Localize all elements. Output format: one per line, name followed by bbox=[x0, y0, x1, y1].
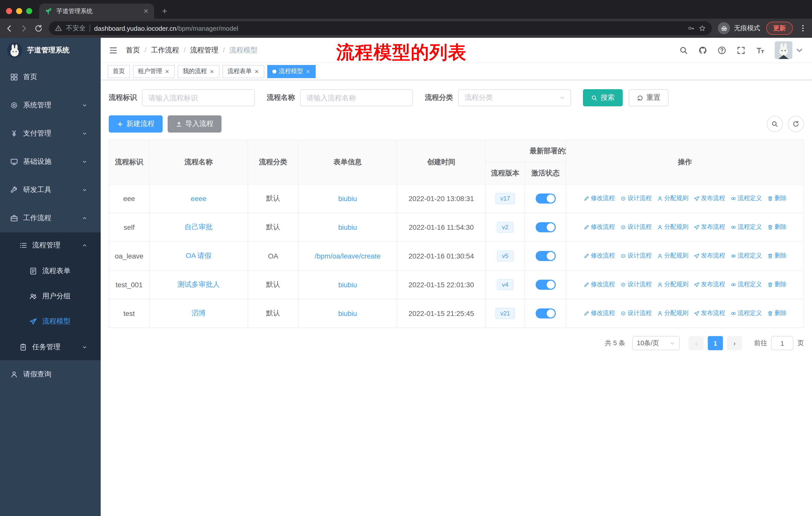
sidebar-item-form[interactable]: 流程表单 bbox=[0, 259, 101, 284]
page-1-button[interactable]: 1 bbox=[708, 336, 723, 350]
security-label[interactable]: 不安全 bbox=[66, 24, 86, 33]
sidebar-fold-icon[interactable] bbox=[109, 46, 118, 55]
tab-close-icon[interactable] bbox=[143, 8, 149, 14]
sidebar-item-model[interactable]: 流程模型 bbox=[0, 309, 101, 334]
action-assign[interactable]: 分配规则 bbox=[657, 223, 689, 232]
close-window-button[interactable] bbox=[6, 8, 12, 14]
sidebar-item-process[interactable]: 流程管理 bbox=[0, 232, 101, 259]
action-define[interactable]: 流程定义 bbox=[730, 252, 762, 260]
action-assign[interactable]: 分配规则 bbox=[657, 280, 689, 289]
close-icon[interactable] bbox=[165, 69, 170, 74]
category-select[interactable]: 流程分类 bbox=[458, 89, 571, 106]
form-info-link[interactable]: /bpm/oa/leave/create bbox=[315, 252, 381, 260]
help-icon[interactable] bbox=[717, 46, 726, 55]
action-edit[interactable]: 修改流程 bbox=[583, 223, 615, 232]
action-design[interactable]: 设计流程 bbox=[620, 309, 652, 318]
goto-page-input[interactable] bbox=[771, 336, 793, 350]
reset-button[interactable]: 重置 bbox=[629, 89, 669, 106]
action-assign[interactable]: 分配规则 bbox=[657, 194, 689, 203]
fullscreen-icon[interactable] bbox=[736, 46, 746, 55]
action-publish[interactable]: 发布流程 bbox=[693, 252, 725, 260]
action-publish[interactable]: 发布流程 bbox=[693, 280, 725, 289]
breadcrumb-item[interactable]: 首页 bbox=[126, 46, 146, 55]
process-name-link[interactable]: 自己审批 bbox=[184, 223, 213, 231]
prev-page-button[interactable]: ‹ bbox=[689, 336, 704, 350]
action-design[interactable]: 设计流程 bbox=[620, 194, 652, 203]
sidebar-item-tools[interactable]: 研发工具 bbox=[0, 176, 101, 204]
user-menu[interactable] bbox=[775, 41, 804, 59]
action-delete[interactable]: 删除 bbox=[767, 194, 787, 203]
version-tag[interactable]: v4 bbox=[497, 279, 513, 291]
version-tag[interactable]: v17 bbox=[495, 193, 515, 204]
active-toggle[interactable] bbox=[535, 280, 555, 290]
browser-tab[interactable]: 芋道管理系统 bbox=[39, 3, 154, 19]
page-size-select[interactable]: 10条/页 bbox=[632, 336, 679, 350]
action-edit[interactable]: 修改流程 bbox=[583, 252, 615, 260]
action-define[interactable]: 流程定义 bbox=[730, 280, 762, 289]
action-edit[interactable]: 修改流程 bbox=[583, 194, 615, 203]
toggle-search-icon[interactable] bbox=[767, 116, 783, 132]
forward-icon[interactable] bbox=[20, 24, 28, 32]
process-name-link[interactable]: eeee bbox=[191, 194, 206, 202]
active-toggle[interactable] bbox=[535, 251, 555, 261]
key-icon[interactable] bbox=[688, 25, 695, 32]
action-define[interactable]: 流程定义 bbox=[730, 309, 762, 318]
active-toggle[interactable] bbox=[535, 222, 555, 232]
create-process-button[interactable]: 新建流程 bbox=[109, 115, 163, 133]
minimize-window-button[interactable] bbox=[16, 8, 22, 14]
sidebar-item-group[interactable]: 用户分组 bbox=[0, 284, 101, 309]
bookmark-star-icon[interactable] bbox=[699, 25, 706, 32]
address-bar[interactable]: 不安全 dashboard.yudao.iocoder.cn/bpm/manag… bbox=[49, 21, 712, 35]
close-icon[interactable] bbox=[306, 69, 311, 74]
app-logo[interactable]: 芋道管理系统 bbox=[0, 38, 101, 63]
view-tag[interactable]: 流程表单 bbox=[223, 65, 264, 78]
form-info-link[interactable]: biubiu bbox=[338, 309, 357, 318]
sidebar-item-workflow[interactable]: 工作流程 bbox=[0, 204, 101, 232]
sidebar-item-infra[interactable]: 基础设施 bbox=[0, 147, 101, 176]
url-text[interactable]: dashboard.yudao.iocoder.cn/bpm/manager/m… bbox=[94, 24, 238, 32]
action-assign[interactable]: 分配规则 bbox=[657, 252, 689, 260]
refresh-table-icon[interactable] bbox=[788, 116, 804, 132]
view-tag[interactable]: 流程模型 bbox=[267, 65, 316, 78]
view-tag[interactable]: 租户管理 bbox=[133, 65, 175, 78]
font-size-icon[interactable] bbox=[756, 46, 765, 55]
action-design[interactable]: 设计流程 bbox=[620, 280, 652, 289]
sidebar-item-dashboard[interactable]: 首页 bbox=[0, 63, 101, 91]
action-publish[interactable]: 发布流程 bbox=[693, 309, 725, 318]
action-edit[interactable]: 修改流程 bbox=[583, 280, 615, 289]
update-button[interactable]: 更新 bbox=[766, 22, 793, 35]
action-publish[interactable]: 发布流程 bbox=[693, 223, 725, 232]
view-tag[interactable]: 我的流程 bbox=[178, 65, 220, 78]
version-tag[interactable]: v5 bbox=[497, 250, 513, 262]
close-icon[interactable] bbox=[254, 69, 259, 74]
back-icon[interactable] bbox=[5, 24, 13, 32]
sidebar-item-yen[interactable]: 支付管理 bbox=[0, 119, 101, 147]
action-design[interactable]: 设计流程 bbox=[620, 252, 652, 260]
breadcrumb-item[interactable]: 流程管理 bbox=[190, 46, 225, 55]
active-toggle[interactable] bbox=[535, 193, 555, 203]
breadcrumb-item[interactable]: 工作流程 bbox=[151, 46, 186, 55]
browser-menu-icon[interactable] bbox=[799, 24, 807, 32]
new-tab-icon[interactable] bbox=[158, 4, 171, 18]
process-name-link[interactable]: 滔博 bbox=[192, 309, 206, 317]
active-toggle[interactable] bbox=[535, 308, 555, 319]
form-info-link[interactable]: biubiu bbox=[338, 281, 357, 289]
view-tag[interactable]: 首页 bbox=[108, 65, 130, 78]
action-design[interactable]: 设计流程 bbox=[620, 223, 652, 232]
process-name-link[interactable]: 测试多审批人 bbox=[177, 280, 220, 288]
process-name-input[interactable] bbox=[300, 89, 413, 106]
github-icon[interactable] bbox=[698, 46, 707, 55]
search-button[interactable]: 搜索 bbox=[583, 89, 623, 106]
process-name-link[interactable]: OA 请假 bbox=[186, 251, 212, 260]
next-page-button[interactable]: › bbox=[727, 336, 742, 350]
form-info-link[interactable]: biubiu bbox=[338, 194, 357, 202]
reload-icon[interactable] bbox=[34, 24, 43, 32]
action-define[interactable]: 流程定义 bbox=[730, 194, 762, 203]
action-edit[interactable]: 修改流程 bbox=[583, 309, 615, 318]
process-id-input[interactable] bbox=[142, 89, 255, 106]
action-delete[interactable]: 删除 bbox=[767, 309, 787, 318]
action-delete[interactable]: 删除 bbox=[767, 252, 787, 260]
zoom-window-button[interactable] bbox=[26, 8, 32, 14]
close-icon[interactable] bbox=[209, 69, 214, 74]
action-publish[interactable]: 发布流程 bbox=[693, 194, 725, 203]
